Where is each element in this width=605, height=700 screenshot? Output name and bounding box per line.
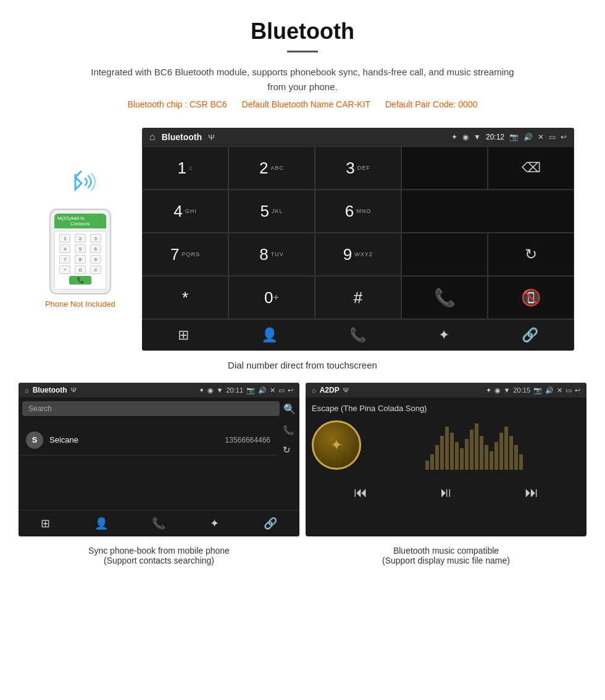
pb-bottom-link-icon[interactable]: 🔗	[264, 517, 277, 530]
phonebook-side-icons: 📞 ↻	[278, 420, 299, 460]
dial-refresh[interactable]: ↻	[488, 233, 574, 276]
phonebook-bottom-bar: ⊞ 👤 📞 ✦ 🔗	[19, 510, 299, 536]
pb-bottom-grid-icon[interactable]: ⊞	[41, 517, 50, 530]
pb-x-icon: ✕	[270, 386, 275, 394]
bt-pair-spec: Default Pair Code: 0000	[385, 99, 477, 109]
pb-bottom-bt-icon[interactable]: ✦	[210, 517, 219, 530]
phone-illustration: M(20)Add to Contacts 123 456 789 *0# 📞	[31, 128, 130, 309]
dial-statusbar: ⌂ Bluetooth Ψ ✦ ◉ ▼ 20:12 📷 🔊 ✕ ▭ ↩	[142, 128, 574, 146]
dial-backspace[interactable]: ⌫	[488, 146, 574, 190]
pb-side-refresh-icon[interactable]: ↻	[283, 444, 294, 456]
dial-key-6[interactable]: 6MNO	[315, 190, 401, 233]
dial-key-3[interactable]: 3DEF	[315, 146, 401, 190]
pb-back-icon: ↩	[288, 386, 293, 394]
search-field[interactable]: Search	[22, 401, 280, 416]
backspace-icon: ⌫	[522, 160, 541, 176]
eq-bar	[460, 448, 464, 470]
back-icon: ↩	[561, 133, 567, 141]
dial-bluetooth-icon[interactable]: ✦	[438, 327, 449, 343]
mu-time: 20:15	[513, 386, 530, 394]
music-statusbar: ⌂ A2DP Ψ ✦ ◉ ▼ 20:15 📷 🔊 ✕ ▭ ↩	[306, 383, 586, 398]
title-divider	[287, 51, 318, 52]
eq-bar	[455, 442, 459, 470]
dial-grid: 1⌂ 2ABC 3DEF ⌫ 4GHI 5JKL 6MNO	[142, 146, 574, 319]
play-pause-icon[interactable]: ⏯	[439, 485, 453, 501]
pb-home-icon: ⌂	[25, 386, 29, 394]
phonebook-caption-line1: Sync phone-book from mobile phone	[19, 546, 299, 556]
phonebook-statusbar: ⌂ Bluetooth Ψ ✦ ◉ ▼ 20:11 📷 🔊 ✕ ▭ ↩	[19, 383, 299, 398]
dial-link-icon[interactable]: 🔗	[522, 327, 538, 343]
pb-side-phone-icon[interactable]: 📞	[283, 425, 294, 436]
dial-contacts-icon[interactable]: 👤	[261, 327, 278, 343]
dial-key-5[interactable]: 5JKL	[228, 190, 315, 233]
bottom-captions: Sync phone-book from mobile phone (Suppo…	[0, 546, 605, 565]
eq-bar	[490, 451, 493, 470]
usb-icon: Ψ	[208, 133, 215, 142]
pb-bt-icon: ✦	[199, 386, 204, 394]
contact-initial: S	[26, 431, 43, 449]
page-header: Bluetooth Integrated with BC6 Bluetooth …	[0, 0, 605, 128]
mu-x-icon: ✕	[557, 386, 562, 394]
dial-key-star[interactable]: *	[142, 276, 228, 319]
pb-bottom-phone-icon[interactable]: 📞	[152, 517, 165, 530]
mu-camera-icon: 📷	[533, 386, 542, 394]
pb-vol-icon: 🔊	[258, 386, 267, 394]
dial-key-0[interactable]: 0+	[228, 276, 315, 319]
mu-back-icon: ↩	[575, 386, 580, 394]
dial-key-2[interactable]: 2ABC	[228, 146, 315, 190]
location-icon: ◉	[462, 133, 469, 141]
phone-screen: 123 456 789 *0# 📞	[54, 231, 106, 290]
mu-wifi-icon: ▼	[504, 386, 511, 394]
search-placeholder: Search	[28, 404, 52, 413]
music-eq-bars	[367, 420, 580, 470]
phonebook-caption-line2: (Support contacts searching)	[19, 556, 299, 565]
contact-name: Seicane	[49, 435, 219, 444]
pb-bottom-person-icon[interactable]: 👤	[94, 517, 108, 530]
dial-call-green[interactable]: 📞	[401, 276, 488, 319]
dial-screen: ⌂ Bluetooth Ψ ✦ ◉ ▼ 20:12 📷 🔊 ✕ ▭ ↩ 1⌂	[142, 128, 574, 351]
dial-key-4[interactable]: 4GHI	[142, 190, 228, 233]
mu-usb-icon: Ψ	[343, 386, 349, 394]
phone-mockup: M(20)Add to Contacts 123 456 789 *0# 📞	[49, 209, 111, 294]
wifi-icon: ▼	[474, 133, 481, 141]
bt-icon-status: ✦	[451, 133, 457, 141]
pb-time: 20:11	[226, 386, 243, 394]
phonebook-caption: Sync phone-book from mobile phone (Suppo…	[19, 546, 299, 565]
eq-bar	[480, 436, 483, 470]
refresh-icon: ↻	[525, 246, 537, 263]
dial-key-hash[interactable]: #	[315, 276, 401, 319]
dial-key-7[interactable]: 7PQRS	[142, 233, 228, 276]
dial-title: Bluetooth	[162, 132, 202, 142]
search-icon[interactable]: 🔍	[283, 403, 296, 415]
eq-bar	[494, 442, 498, 470]
dial-call-red[interactable]: 📵	[488, 276, 574, 319]
music-center-row: ✦	[312, 420, 580, 470]
pb-camera-icon: 📷	[246, 386, 255, 394]
next-track-icon[interactable]: ⏭	[525, 485, 538, 501]
music-song-title: Escape (The Pina Colada Song)	[312, 404, 580, 413]
dial-statusbar-left: ⌂ Bluetooth Ψ	[149, 131, 215, 143]
dial-key-1[interactable]: 1⌂	[142, 146, 228, 190]
contacts-area: S Seicane 13566664466 📞 ↻	[19, 420, 299, 460]
page-description: Integrated with BC6 Bluetooth module, su…	[86, 65, 519, 94]
contact-row[interactable]: S Seicane 13566664466	[19, 425, 278, 456]
dial-key-8[interactable]: 8TUV	[228, 233, 315, 276]
bluetooth-signal-icon	[62, 165, 99, 202]
eq-bar	[445, 427, 449, 470]
phone-not-included-label: Phone Not Included	[45, 299, 115, 309]
eq-bar	[450, 433, 454, 470]
bt-chip-spec: Bluetooth chip : CSR BC6	[128, 99, 227, 109]
page-title: Bluetooth	[12, 19, 593, 44]
dial-caption: Dial number direct from touchscreen	[0, 360, 605, 370]
dial-key-9[interactable]: 9WXYZ	[315, 233, 401, 276]
mu-loc-icon: ◉	[494, 386, 501, 394]
prev-track-icon[interactable]: ⏮	[354, 485, 367, 501]
volume-icon: 🔊	[524, 133, 533, 141]
eq-bar	[475, 423, 478, 470]
eq-bar	[509, 436, 513, 470]
dial-grid-icon[interactable]: ⊞	[178, 327, 189, 343]
eq-bar	[430, 454, 434, 470]
phone-top-bar: M(20)Add to Contacts	[54, 214, 106, 228]
eq-bar	[485, 445, 488, 470]
dial-phone-icon[interactable]: 📞	[349, 327, 366, 343]
